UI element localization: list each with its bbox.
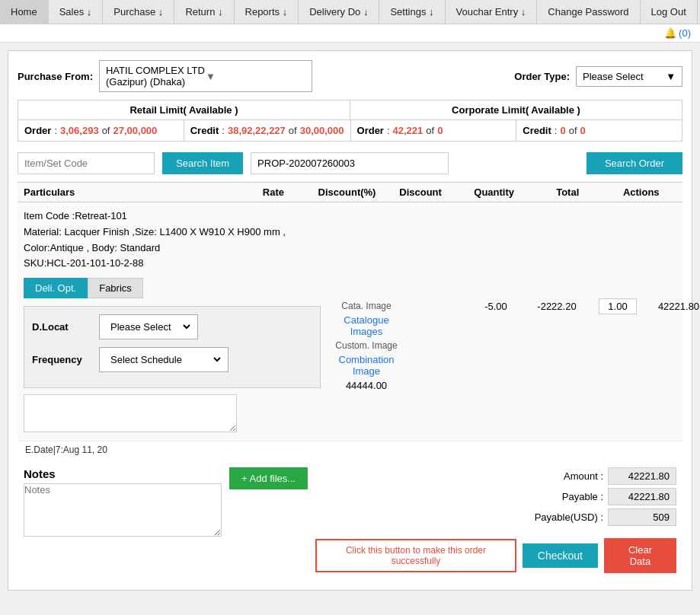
retail-order-sep: : xyxy=(54,125,57,136)
item-tabs: Deli. Opt. Fabrics xyxy=(24,278,321,298)
frequency-label: Frequency xyxy=(32,354,93,365)
limits-data-row: Order : 3,06,293 of 27,00,000 Credit : 3… xyxy=(18,120,682,141)
retail-order-val: 3,06,293 xyxy=(60,125,99,136)
search-order-button[interactable]: Search Order xyxy=(587,152,682,174)
notification-link[interactable]: 🔔 (0) xyxy=(664,27,692,39)
corporate-order-key: Order xyxy=(357,125,384,136)
purchase-from-select[interactable]: HATIL COMPLEX LTD (Gazipur) (Dhaka) ▼ xyxy=(99,60,312,92)
frequency-row: Frequency Select Schedule xyxy=(32,347,312,372)
catalogue-images-link[interactable]: CatalogueImages xyxy=(344,314,388,337)
dlocat-label: D.Locat xyxy=(32,321,93,333)
checkout-section: Amount : 42221.80 Payable : 42221.80 Pay… xyxy=(315,467,676,573)
nav-change-password[interactable]: Change Password xyxy=(537,0,640,24)
dlocat-dropdown[interactable]: Please Select xyxy=(104,318,193,336)
nav-vouchar[interactable]: Vouchar Entry ↓ xyxy=(446,0,538,24)
nav-home[interactable]: Home xyxy=(0,0,49,24)
item-info: Item Code :Retreat-101 Material: Lacquer… xyxy=(24,209,676,272)
edate: E.Date|7:Aug 11, 20 xyxy=(25,445,682,460)
retail-credit-val: 38,92,22,227 xyxy=(228,125,286,136)
nav-delivery[interactable]: Delivery Do ↓ xyxy=(299,0,379,24)
amount-row: Amount : 42221.80 xyxy=(527,467,676,485)
retail-credit-cell: Credit : 38,92,22,227 of 30,00,000 xyxy=(184,120,351,141)
dropdown-arrow-icon: ▼ xyxy=(206,71,305,82)
nav-settings[interactable]: Settings ↓ xyxy=(379,0,445,24)
navigation: Home Sales ↓ Purchase ↓ Return ↓ Reports… xyxy=(0,0,700,24)
payable-label: Payable : xyxy=(527,491,603,502)
purchase-from-value: HATIL COMPLEX LTD (Gazipur) (Dhaka) xyxy=(106,65,206,88)
deli-form: D.Locat Please Select Frequency Select S… xyxy=(24,306,321,388)
amount-rows: Amount : 42221.80 Payable : 42221.80 Pay… xyxy=(527,467,676,526)
corporate-credit-sep: : xyxy=(555,125,558,136)
frequency-dropdown[interactable]: Select Schedule xyxy=(104,351,223,368)
limits-section: Retail Limit( Available ) Corporate Limi… xyxy=(18,100,682,142)
corporate-credit-of: of xyxy=(569,125,577,136)
retail-order-of: of xyxy=(102,125,110,136)
nav-sales[interactable]: Sales ↓ xyxy=(49,0,104,24)
order-type-value: Please Select xyxy=(583,71,644,82)
search-item-button[interactable]: Search Item xyxy=(162,152,243,174)
corporate-credit-key: Credit xyxy=(523,125,551,136)
item-row: Item Code :Retreat-101 Material: Lacquer… xyxy=(18,202,682,441)
main-card: Purchase From: HATIL COMPLEX LTD (Gazipu… xyxy=(8,50,692,591)
retail-credit-sep: : xyxy=(222,125,225,136)
search-row: Search Item Search Order xyxy=(18,152,682,174)
item-sku: SKU:HCL-201-101-10-2-88 xyxy=(24,256,676,272)
corporate-order-of: of xyxy=(426,125,434,136)
corporate-credit-val: 0 xyxy=(560,125,565,136)
frequency-select[interactable]: Select Schedule xyxy=(99,347,229,372)
notes-textarea[interactable] xyxy=(24,483,222,537)
add-files-area: + Add files... xyxy=(229,467,308,492)
item-color: Color:Antique , Body: Standard xyxy=(24,241,676,257)
clear-data-button[interactable]: Clear Data xyxy=(604,538,676,573)
item-code: Item Code :Retreat-101 xyxy=(24,209,676,225)
discount-field: -2222.20 xyxy=(534,301,580,312)
cata-image-label: Cata. Image xyxy=(341,301,391,311)
order-search-input[interactable] xyxy=(251,152,449,174)
th-rate: Rate xyxy=(238,186,309,198)
item-material: Material: Lacquer Finish ,Size: L1400 X … xyxy=(24,225,676,241)
item-image-links: Cata. Image CatalogueImages Custom. Imag… xyxy=(321,278,412,435)
payable-usd-label: Payable(USD) : xyxy=(527,511,603,523)
limits-header: Retail Limit( Available ) Corporate Limi… xyxy=(18,100,682,120)
th-quantity: Quantity xyxy=(459,186,529,198)
item-left-block: Deli. Opt. Fabrics D.Locat Please Select… xyxy=(24,278,321,435)
tab-deli-opt[interactable]: Deli. Opt. xyxy=(24,278,88,298)
dlocat-select[interactable]: Please Select xyxy=(99,314,198,339)
payable-value: 42221.80 xyxy=(608,488,676,505)
order-type-select[interactable]: Please Select ▼ xyxy=(576,66,682,87)
retail-order-key: Order xyxy=(24,125,51,136)
payable-usd-value: 509 xyxy=(608,508,676,526)
corporate-order-cell: Order : 42,221 of 0 xyxy=(351,120,517,141)
th-particulars: Particulars xyxy=(24,186,235,198)
amount-label: Amount : xyxy=(527,470,603,482)
payable-usd-row: Payable(USD) : 509 xyxy=(527,508,676,526)
notification-bar: 🔔 (0) xyxy=(0,24,700,43)
purchase-from-row: Purchase From: HATIL COMPLEX LTD (Gazipu… xyxy=(18,60,682,92)
checkout-button[interactable]: Checkout xyxy=(523,543,598,568)
discount-value: -2222.20 xyxy=(534,301,580,312)
th-total: Total xyxy=(532,186,603,198)
custom-image-label: Custom. Image xyxy=(335,340,397,351)
order-type-label: Order Type: xyxy=(514,71,570,82)
tab-fabrics[interactable]: Fabrics xyxy=(88,278,143,298)
item-row-full: Deli. Opt. Fabrics D.Locat Please Select… xyxy=(24,278,676,435)
notes-area: Notes xyxy=(24,467,222,537)
payable-row: Payable : 42221.80 xyxy=(527,488,676,505)
item-subtotal: 44444.00 xyxy=(346,380,387,391)
item-search-input[interactable] xyxy=(18,152,155,174)
nav-purchase[interactable]: Purchase ↓ xyxy=(103,0,174,24)
quantity-input[interactable] xyxy=(599,298,637,314)
total-value: 42221.80 xyxy=(656,301,700,312)
corporate-order-total: 0 xyxy=(437,125,443,136)
th-actions: Actions xyxy=(606,186,676,198)
item-note-textarea[interactable] xyxy=(24,394,237,432)
discount-pct-value: -5.00 xyxy=(473,301,519,312)
th-discount-pct: Discount(%) xyxy=(312,186,382,198)
add-files-button[interactable]: + Add files... xyxy=(229,467,308,489)
combination-image-link[interactable]: CombinationImage xyxy=(339,354,395,377)
corporate-limit-header: Corporate Limit( Available ) xyxy=(350,100,682,120)
nav-logout[interactable]: Log Out xyxy=(641,0,698,24)
item-values-row: -5.00 -2222.20 42221.80 Update Delete xyxy=(412,285,700,327)
nav-reports[interactable]: Reports ↓ xyxy=(235,0,299,24)
nav-return[interactable]: Return ↓ xyxy=(174,0,234,24)
